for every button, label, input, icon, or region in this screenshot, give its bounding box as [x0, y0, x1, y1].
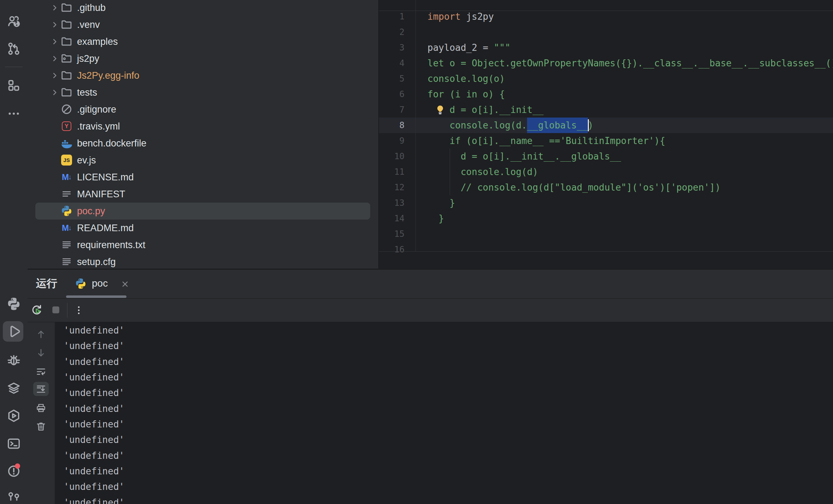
- console-output-line: 'undefined': [64, 385, 124, 401]
- line-number: 5: [379, 71, 404, 86]
- run-panel-header: 运行 poc: [28, 269, 833, 299]
- stop-button[interactable]: [51, 305, 61, 315]
- tree-item-label: ev.js: [77, 152, 96, 169]
- code-line: console.log(o): [427, 71, 505, 86]
- python-file-icon: [75, 278, 87, 289]
- code-line: // console.log(d["load_module"]('os')['p…: [427, 180, 721, 195]
- run-tab-poc[interactable]: poc: [72, 270, 160, 298]
- tree-item--github[interactable]: .github: [28, 0, 378, 16]
- python-console-icon[interactable]: [7, 409, 21, 423]
- run-console[interactable]: 'undefined''undefined''undefined''undefi…: [28, 322, 833, 504]
- line-number: 10: [379, 149, 404, 164]
- chevron-right-icon[interactable]: [50, 3, 59, 12]
- soft-wrap-icon[interactable]: [36, 366, 46, 377]
- tree-item-setup-cfg[interactable]: setup.cfg: [28, 253, 378, 269]
- clear-icon[interactable]: [36, 421, 46, 432]
- tree-item--travis-yml[interactable]: Y.travis.yml: [28, 118, 378, 135]
- line-number: 14: [379, 211, 404, 226]
- run-toolbar: [28, 299, 833, 322]
- terminal-icon[interactable]: [7, 437, 21, 451]
- help-users-icon[interactable]: [7, 14, 21, 28]
- code-line: }: [427, 211, 444, 226]
- project-tree-panel[interactable]: .github.venvexamplesjs2pyJs2Py.egg-infot…: [28, 0, 378, 269]
- docker-icon: [61, 137, 72, 149]
- up-icon[interactable]: [36, 329, 46, 340]
- print-icon[interactable]: [36, 403, 46, 413]
- chevron-right-icon[interactable]: [50, 71, 59, 80]
- console-output-line: 'undefined': [64, 338, 124, 354]
- tree-item-label: setup.cfg: [77, 253, 116, 269]
- tree-item-label: poc.py: [77, 203, 105, 220]
- rerun-button[interactable]: [30, 304, 43, 317]
- run-tab-label: poc: [92, 270, 108, 298]
- code-line: d = o[i].__init__.__globals__: [427, 149, 621, 164]
- code-line: console.log(d.__globals__): [427, 118, 593, 133]
- code-line: d = o[i].__init__: [427, 102, 544, 118]
- tree-item-bench-dockerfile[interactable]: bench.dockerfile: [28, 135, 378, 152]
- tree-item-examples[interactable]: examples: [28, 33, 378, 50]
- editor-bottom-divider: [379, 251, 833, 252]
- line-number: 15: [379, 226, 404, 242]
- tree-item-label: .gitignore: [77, 101, 116, 118]
- console-output-line: 'undefined': [64, 401, 124, 416]
- tree-item-label: examples: [77, 33, 118, 50]
- chevron-right-icon[interactable]: [50, 20, 59, 29]
- js-icon: JS: [61, 154, 72, 166]
- chevron-right-icon[interactable]: [50, 54, 59, 63]
- markdown-icon: M↓: [61, 171, 72, 183]
- scroll-to-end-icon[interactable]: [36, 384, 46, 394]
- folder-icon: [61, 36, 72, 47]
- console-output-line: 'undefined': [64, 416, 124, 432]
- tree-item-label: tests: [77, 84, 97, 101]
- folder-icon: [61, 70, 72, 81]
- console-output-line: 'undefined': [64, 495, 124, 504]
- tree-item-label: requirements.txt: [77, 236, 146, 253]
- tree-item-requirements-txt[interactable]: requirements.txt: [28, 236, 378, 253]
- chevron-right-icon[interactable]: [50, 88, 59, 97]
- text3-icon: [61, 188, 72, 200]
- close-icon[interactable]: [120, 280, 130, 289]
- line-number: 7: [379, 102, 404, 118]
- line-number: 3: [379, 40, 404, 55]
- tree-item-label: LICENSE.md: [77, 169, 134, 186]
- tab-scroll-indicator: [66, 295, 126, 298]
- tree-item-ev-js[interactable]: JSev.js: [28, 152, 378, 169]
- code-line: payload_2 = """: [427, 40, 510, 55]
- toolbar-divider: [67, 303, 67, 318]
- services-icon[interactable]: [7, 381, 21, 395]
- console-output-line: 'undefined': [64, 432, 124, 448]
- chevron-right-icon[interactable]: [50, 37, 59, 46]
- folder-icon: [61, 19, 72, 30]
- left-tool-strip: [0, 0, 28, 504]
- console-output-line: 'undefined': [64, 370, 124, 385]
- debug-icon[interactable]: [7, 353, 21, 367]
- travis-icon: Y: [61, 120, 72, 132]
- tree-item-license-md[interactable]: M↓LICENSE.md: [28, 169, 378, 186]
- line-number: 8: [379, 118, 404, 133]
- version-control-icon[interactable]: [7, 491, 21, 504]
- python-packages-icon[interactable]: [7, 297, 21, 311]
- tree-item-tests[interactable]: tests: [28, 84, 378, 101]
- markdown-icon: M↓: [61, 222, 72, 234]
- tree-item-poc-py[interactable]: poc.py: [28, 203, 378, 220]
- text4-icon: [61, 256, 72, 268]
- tree-item--venv[interactable]: .venv: [28, 16, 378, 33]
- tree-item-label: bench.dockerfile: [77, 135, 147, 152]
- tree-item-label: .venv: [77, 16, 100, 33]
- pull-requests-icon[interactable]: [7, 42, 21, 56]
- tree-item-readme-md[interactable]: M↓README.md: [28, 220, 378, 236]
- tree-item-manifest[interactable]: MANIFEST: [28, 186, 378, 203]
- console-output-line: 'undefined': [64, 354, 124, 370]
- tree-item--gitignore[interactable]: .gitignore: [28, 101, 378, 118]
- structure-icon[interactable]: [7, 78, 21, 92]
- run-icon[interactable]: [7, 324, 21, 338]
- tree-item-label: README.md: [77, 220, 134, 236]
- line-number: 11: [379, 164, 404, 180]
- more-options-button[interactable]: [73, 305, 84, 316]
- console-toolbar: [28, 322, 55, 504]
- down-icon[interactable]: [36, 348, 46, 358]
- more-icon[interactable]: [7, 107, 21, 121]
- tree-item-js2py[interactable]: js2py: [28, 50, 378, 67]
- tree-item-js2py-egg-info[interactable]: Js2Py.egg-info: [28, 67, 378, 84]
- code-editor[interactable]: 1import js2py23payload_2 = """4let o = O…: [379, 0, 833, 269]
